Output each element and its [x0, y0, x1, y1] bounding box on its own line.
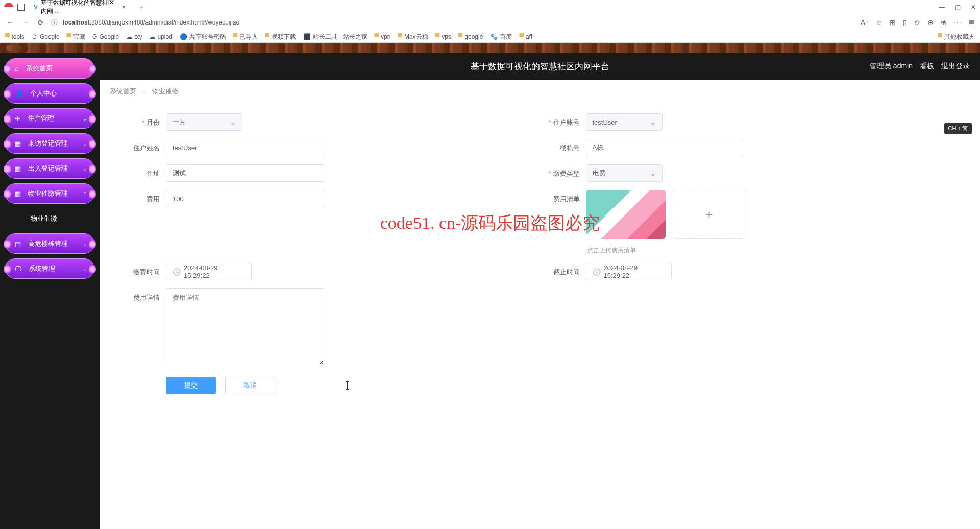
split-icon[interactable]: ▤ [968, 18, 975, 27]
reload-icon[interactable]: ⟳ [36, 18, 46, 27]
vue-icon: V [34, 4, 38, 11]
more-icon[interactable]: ⋯ [954, 18, 961, 27]
bookmark-item[interactable]: ▀vpn [375, 33, 391, 40]
bookmark-item[interactable]: ▀google [458, 33, 483, 40]
bookmark-item[interactable]: ▀已导入 [233, 33, 258, 41]
tab-title: 基于数据可视化的智慧社区内网... [41, 0, 115, 16]
bookmark-item[interactable]: ☁ uplod [149, 33, 172, 40]
bookmark-item[interactable]: 🗋 Google [32, 33, 60, 40]
bookmarks-bar: ▀tools 🗋 Google ▀宝藏 G Google ☁ txy ☁ upl… [0, 31, 980, 43]
profile-icon[interactable] [4, 3, 13, 12]
title-bar: V 基于数据可视化的智慧社区内网... × + — ▢ ✕ [0, 0, 980, 14]
bookmark-item[interactable]: ☁ txy [126, 33, 142, 40]
forward-icon[interactable]: → [20, 18, 31, 27]
site-info-icon[interactable]: ⓘ [51, 18, 58, 27]
bookmark-item[interactable]: G Google [92, 33, 119, 40]
bookmark-item[interactable]: ⬛ 站长工具 - 站长之家 [303, 33, 368, 41]
new-tab-button[interactable]: + [139, 3, 143, 12]
bookmark-item[interactable]: ▀宝藏 [67, 33, 86, 41]
bookmark-item[interactable]: 🔵 共享账号密码 [180, 33, 226, 41]
maximize-icon[interactable]: ▢ [955, 4, 961, 11]
back-icon[interactable]: ← [5, 18, 15, 27]
bookmark-item[interactable]: ▀vps [435, 33, 451, 40]
bookmark-item[interactable]: ▀tools [5, 33, 24, 40]
close-window-icon[interactable]: ✕ [971, 4, 976, 11]
minimize-icon[interactable]: — [939, 4, 945, 11]
bookmark-item[interactable]: 🐾 百度 [490, 33, 512, 41]
bookmark-item[interactable]: ▀Max云梯 [398, 33, 428, 41]
text-size-icon[interactable]: A⁺ [861, 18, 869, 27]
bookmark-item[interactable]: ▀aff [519, 33, 532, 40]
close-tab-icon[interactable]: × [122, 4, 126, 11]
ext2-icon[interactable]: ❀ [941, 18, 947, 27]
favorite-icon[interactable]: ☆ [876, 18, 883, 27]
bookmark-overflow[interactable]: ▀其他收藏夹 [938, 33, 975, 41]
bookmark-item[interactable]: ▀视频下载 [265, 33, 296, 41]
bookmark-star-icon[interactable]: ✩ [914, 18, 920, 27]
collections-icon[interactable]: ▯ [903, 18, 907, 27]
browser-chrome: V 基于数据可视化的智慧社区内网... × + — ▢ ✕ ← → ⟳ ⓘ lo… [0, 0, 980, 43]
browser-tab[interactable]: V 基于数据可视化的智慧社区内网... × [29, 0, 131, 18]
extension-icon[interactable]: ⊞ [890, 18, 896, 27]
addon-icon[interactable]: ⊕ [927, 18, 934, 27]
address-bar: ← → ⟳ ⓘ localhost:8080/djangokm488/admin… [0, 14, 980, 31]
url-field[interactable]: localhost:8080/djangokm488/admin/dist/in… [63, 19, 855, 26]
workspaces-icon[interactable] [17, 4, 24, 11]
